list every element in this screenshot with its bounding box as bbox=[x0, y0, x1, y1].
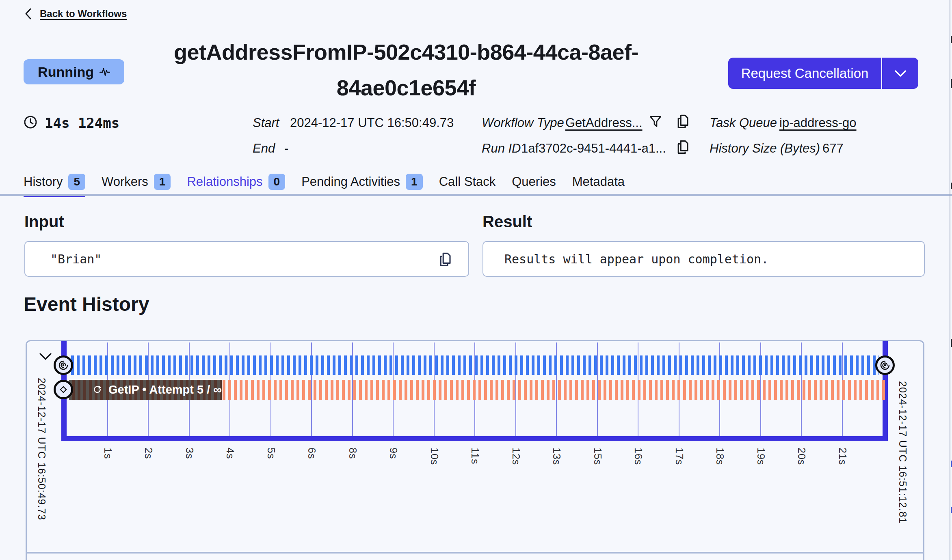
workflow-events-row[interactable] bbox=[71, 355, 879, 375]
chevron-left-icon bbox=[24, 7, 33, 20]
end-label: End bbox=[253, 141, 275, 156]
tab-workers-label: Workers bbox=[102, 174, 148, 189]
pulse-icon bbox=[100, 67, 110, 77]
event-history-timeline: 1s2s3s4s5s6s8s9s10s11s12s13s15s16s17s18s… bbox=[26, 340, 924, 560]
workflow-duration: 14s 124ms bbox=[45, 115, 119, 131]
tab-queries-label: Queries bbox=[512, 174, 556, 189]
activity-start-marker[interactable] bbox=[54, 380, 73, 399]
run-id-value: 1af3702c-9451-4441-a1... bbox=[521, 141, 666, 156]
history-size-label: History Size (Bytes) bbox=[710, 141, 820, 156]
tick-label: 9s bbox=[387, 448, 399, 459]
filter-icon[interactable] bbox=[649, 115, 662, 128]
detail-tabs: History 5 Workers 1 Relationships 0 Pend… bbox=[24, 172, 625, 193]
timeline-section-divider bbox=[26, 552, 924, 554]
tab-history-count: 5 bbox=[68, 174, 85, 190]
tab-queries[interactable]: Queries bbox=[512, 174, 556, 191]
timeline-start-timestamp: 2024-12-17 UTC 16:50:49.73 bbox=[36, 378, 48, 520]
tab-pending-activities-label: Pending Activities bbox=[301, 174, 400, 189]
tick-label: 15s bbox=[592, 448, 604, 465]
activity-getip-label[interactable]: GetIP • Attempt 5 / ∞ bbox=[69, 380, 222, 400]
expand-row-toggle[interactable] bbox=[39, 353, 52, 361]
spiral-icon bbox=[880, 360, 890, 370]
tick-label: 11s bbox=[469, 448, 481, 464]
tick-label: 13s bbox=[551, 448, 563, 465]
tabs-divider bbox=[0, 194, 952, 196]
workflow-latest-marker[interactable] bbox=[875, 355, 895, 375]
screen-edge-divider bbox=[950, 0, 950, 560]
chevron-down-icon bbox=[894, 70, 907, 77]
back-to-workflows-link[interactable]: Back to Workflows bbox=[24, 7, 127, 20]
tick-label: 17s bbox=[673, 448, 685, 465]
copy-input-icon[interactable] bbox=[438, 252, 452, 267]
spiral-icon bbox=[58, 360, 69, 370]
tick-label: 1s bbox=[102, 448, 114, 459]
copy-run-id-icon[interactable] bbox=[676, 140, 690, 155]
tick-label: 8s bbox=[347, 448, 359, 459]
input-box: "Brian" bbox=[24, 241, 469, 277]
tab-metadata[interactable]: Metadata bbox=[572, 174, 625, 191]
tab-relationships-label: Relationships bbox=[187, 174, 262, 189]
start-label: Start bbox=[253, 116, 279, 130]
timeline-axis-bar bbox=[61, 436, 888, 441]
task-queue-link[interactable]: ip-address-go bbox=[779, 116, 857, 130]
tab-metadata-label: Metadata bbox=[572, 174, 625, 189]
tick-label: 20s bbox=[796, 448, 807, 465]
tab-workers[interactable]: Workers 1 bbox=[102, 174, 171, 192]
input-value: "Brian" bbox=[25, 252, 102, 266]
input-heading: Input bbox=[24, 213, 64, 231]
tick-label: 19s bbox=[755, 448, 767, 465]
tick-label: 4s bbox=[224, 448, 236, 459]
task-queue-label: Task Queue bbox=[710, 116, 777, 130]
workflow-type-link[interactable]: GetAddress... bbox=[565, 116, 643, 130]
copy-workflow-type-icon[interactable] bbox=[676, 114, 690, 129]
history-size-value: 677 bbox=[822, 141, 844, 156]
status-badge: Running bbox=[24, 59, 124, 84]
tick-label: 2s bbox=[143, 448, 154, 459]
tab-relationships-count: 0 bbox=[268, 174, 286, 190]
workflow-start-marker[interactable] bbox=[54, 355, 73, 375]
event-history-heading: Event History bbox=[24, 293, 149, 315]
workflow-detail-page: Back to Workflows getAddressFromIP-502c4… bbox=[0, 0, 952, 560]
result-heading: Result bbox=[482, 213, 532, 231]
tab-workers-count: 1 bbox=[154, 174, 171, 190]
diamond-icon bbox=[58, 385, 68, 394]
tick-label: 18s bbox=[714, 448, 726, 465]
activity-label-text: GetIP • Attempt 5 / ∞ bbox=[108, 383, 222, 396]
tab-pending-activities-count: 1 bbox=[406, 174, 423, 190]
end-value: - bbox=[284, 141, 288, 156]
tick-label: 6s bbox=[306, 448, 318, 459]
back-link-label: Back to Workflows bbox=[40, 8, 127, 19]
chevron-down-icon bbox=[39, 353, 52, 361]
request-cancellation-label[interactable]: Request Cancellation bbox=[728, 58, 881, 89]
workflow-title: getAddressFromIP-502c4310-b864-44ca-8aef… bbox=[134, 34, 678, 106]
tab-call-stack-label: Call Stack bbox=[439, 174, 496, 189]
cancellation-menu-toggle[interactable] bbox=[882, 58, 918, 89]
tab-history-label: History bbox=[24, 174, 63, 189]
tab-pending-activities[interactable]: Pending Activities 1 bbox=[301, 174, 423, 192]
tick-label: 3s bbox=[184, 448, 195, 459]
retry-icon bbox=[93, 384, 102, 396]
timeline-end-timestamp: 2024-12-17 UTC 16:51:12.81 bbox=[897, 381, 909, 523]
tab-call-stack[interactable]: Call Stack bbox=[439, 174, 496, 191]
start-value: 2024-12-17 UTC 16:50:49.73 bbox=[290, 116, 454, 130]
request-cancellation-button[interactable]: Request Cancellation bbox=[728, 58, 918, 89]
tab-history[interactable]: History 5 bbox=[24, 174, 85, 192]
tick-label: 12s bbox=[510, 448, 522, 465]
clock-icon bbox=[24, 115, 37, 129]
result-box: Results will appear upon completion. bbox=[482, 241, 925, 277]
tick-label: 5s bbox=[265, 448, 277, 459]
status-label: Running bbox=[38, 64, 94, 80]
run-id-label: Run ID bbox=[482, 141, 521, 156]
workflow-type-label: Workflow Type bbox=[482, 116, 564, 130]
tick-label: 16s bbox=[632, 448, 644, 465]
result-value: Results will appear upon completion. bbox=[483, 252, 768, 266]
tick-label: 10s bbox=[428, 448, 440, 465]
tab-relationships[interactable]: Relationships 0 bbox=[187, 174, 285, 192]
tick-label: 21s bbox=[837, 448, 848, 465]
